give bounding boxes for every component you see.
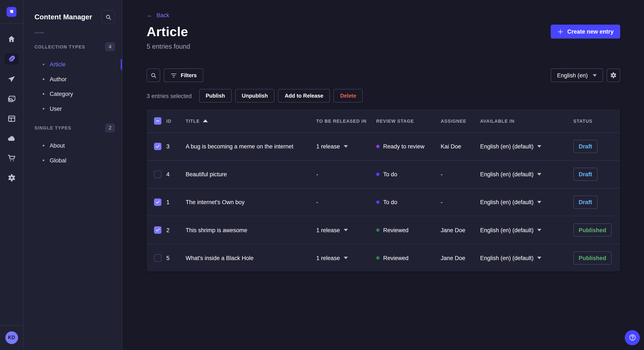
select-all-checkbox[interactable]	[154, 117, 162, 125]
bullet-icon	[43, 64, 44, 65]
column-header-status[interactable]: STATUS	[573, 118, 620, 123]
cell-available-in[interactable]: English (en) (default)	[480, 171, 573, 178]
cell-status: Draft	[573, 140, 620, 153]
cell-status: Published	[573, 223, 620, 237]
create-new-entry-button[interactable]: Create new entry	[551, 25, 620, 39]
feather-icon[interactable]	[4, 53, 18, 65]
sidebar-item-category[interactable]: Category	[24, 87, 122, 101]
gear-icon[interactable]	[6, 172, 17, 183]
section-label: SINGLE TYPES	[34, 126, 71, 130]
selection-count-text: 3 entries selected	[146, 93, 192, 99]
gear-icon	[610, 72, 617, 79]
sidebar-item-label: Article	[50, 61, 66, 68]
entries-count: 5 entries found	[146, 43, 620, 50]
column-header-id[interactable]: ID	[166, 118, 186, 123]
cell-to-be-released-in[interactable]: -	[316, 171, 376, 178]
back-link[interactable]: ← Back	[146, 12, 169, 18]
row-checkbox[interactable]	[154, 226, 162, 234]
sidebar-item-user[interactable]: User	[24, 101, 122, 116]
cell-title: Beautiful picture	[186, 171, 316, 178]
help-button[interactable]	[624, 330, 640, 345]
column-header-review-stage[interactable]: REVIEW STAGE	[376, 118, 441, 123]
bullet-icon	[43, 78, 44, 80]
cell-to-be-released-in[interactable]: 1 release	[316, 255, 376, 261]
sidebar-item-global[interactable]: Global	[24, 153, 122, 168]
status-badge: Draft	[573, 196, 597, 209]
view-settings-button[interactable]	[606, 68, 620, 82]
chevron-down-icon	[537, 173, 541, 176]
delete-button[interactable]: Delete	[334, 89, 363, 103]
strapi-logo-icon[interactable]	[6, 7, 16, 17]
cell-id: 1	[166, 199, 186, 205]
cloud-icon[interactable]	[6, 133, 17, 144]
toolbar: Filters English (en)	[146, 68, 620, 82]
user-avatar[interactable]: KD	[5, 331, 18, 344]
row-checkbox[interactable]	[154, 198, 162, 206]
chevron-down-icon	[537, 201, 541, 203]
filters-button[interactable]: Filters	[164, 68, 203, 82]
stage-dot-icon	[376, 145, 380, 148]
sidebar-item-label: Author	[50, 76, 67, 82]
cell-available-in[interactable]: English (en) (default)	[480, 255, 573, 261]
table-row[interactable]: 1 The internet's Own boy - To do - Engli…	[146, 188, 620, 216]
cell-assignee: Jane Doe	[440, 227, 480, 233]
cell-assignee: Kai Doe	[440, 143, 480, 150]
table-row[interactable]: 4 Beautiful picture - To do - English (e…	[146, 160, 620, 188]
chevron-down-icon	[344, 229, 348, 231]
sidebar-item-author[interactable]: Author	[24, 72, 122, 86]
table-row[interactable]: 5 What's inside a Black Hole 1 release R…	[146, 244, 620, 272]
sidebar-item-label: Category	[50, 91, 73, 97]
content-manager-sidebar: Content Manager COLLECTION TYPES 4 Artic…	[24, 0, 122, 350]
sidebar-rule	[34, 32, 44, 33]
sidebar-search-button[interactable]	[101, 10, 115, 24]
cell-assignee: -	[440, 171, 480, 178]
cell-title: This shrimp is awesome	[186, 227, 316, 233]
row-checkbox[interactable]	[154, 171, 162, 178]
section-label: COLLECTION TYPES	[34, 44, 85, 49]
layout-icon[interactable]	[6, 113, 17, 124]
section-count-badge: 2	[105, 123, 115, 132]
sidebar-item-about[interactable]: About	[24, 138, 122, 153]
column-header-title[interactable]: TITLE	[186, 118, 316, 123]
unpublish-button[interactable]: Unpublish	[235, 89, 274, 103]
cell-review-stage: Reviewed	[376, 255, 441, 261]
sidebar-item-article[interactable]: Article	[24, 57, 122, 72]
cell-available-in[interactable]: English (en) (default)	[480, 143, 573, 150]
row-checkbox[interactable]	[154, 143, 162, 150]
single-types-section: SINGLE TYPES 2 About Global	[24, 123, 122, 168]
selection-bar: 3 entries selected Publish Unpublish Add…	[146, 89, 620, 103]
cell-id: 4	[166, 171, 186, 178]
column-header-release[interactable]: TO BE RELEASED IN	[316, 118, 376, 123]
cell-to-be-released-in[interactable]: 1 release	[316, 227, 376, 233]
search-icon	[150, 72, 157, 78]
main-content: ← Back Article 5 entries found Create ne…	[122, 0, 644, 350]
locale-select[interactable]: English (en)	[551, 68, 603, 82]
cell-to-be-released-in[interactable]: -	[316, 199, 376, 205]
stage-dot-icon	[376, 256, 380, 259]
filters-label: Filters	[181, 72, 197, 78]
table-search-button[interactable]	[146, 68, 160, 82]
table-body: 3 A bug is becoming a meme on the intern…	[146, 133, 620, 272]
cell-assignee: -	[440, 199, 480, 205]
table-row[interactable]: 3 A bug is becoming a meme on the intern…	[146, 133, 620, 160]
status-badge: Draft	[573, 140, 597, 153]
chevron-down-icon	[593, 74, 597, 77]
publish-button[interactable]: Publish	[199, 89, 232, 103]
cell-to-be-released-in[interactable]: 1 release	[316, 143, 376, 150]
paper-plane-icon[interactable]	[6, 74, 17, 84]
column-header-assignee[interactable]: ASSIGNEE	[440, 118, 480, 123]
home-icon[interactable]	[6, 34, 17, 44]
question-circle-icon	[628, 334, 636, 342]
cell-title: The internet's Own boy	[186, 199, 316, 205]
row-checkbox[interactable]	[154, 254, 162, 262]
cell-available-in[interactable]: English (en) (default)	[480, 227, 573, 233]
media-images-icon[interactable]	[6, 94, 17, 104]
column-header-available-in[interactable]: AVAILABLE IN	[480, 118, 573, 123]
table-row[interactable]: 2 This shrimp is awesome 1 release Revie…	[146, 216, 620, 244]
add-to-release-button[interactable]: Add to Release	[278, 89, 330, 103]
cell-available-in[interactable]: English (en) (default)	[480, 199, 573, 205]
nav-rail: KD	[0, 0, 24, 350]
cell-status: Draft	[573, 168, 620, 181]
cart-icon[interactable]	[6, 153, 17, 163]
chevron-down-icon	[537, 145, 541, 148]
